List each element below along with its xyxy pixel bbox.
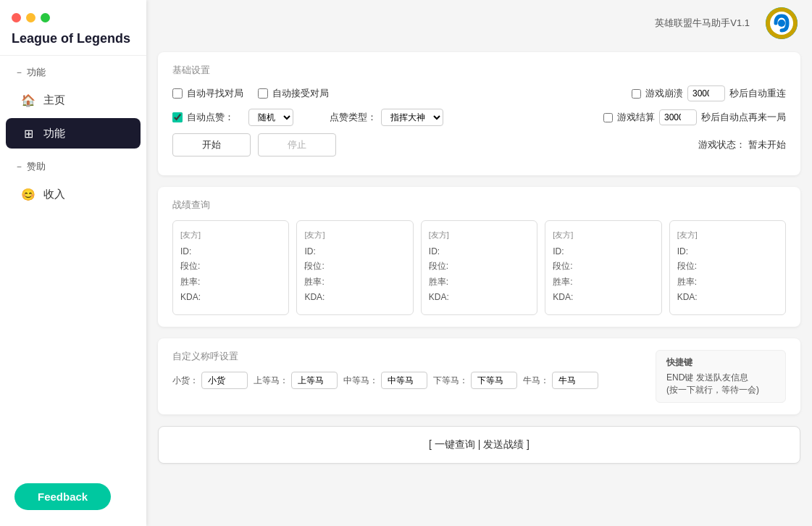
player-id-1: ID: (304, 246, 405, 256)
custom-input-4[interactable] (552, 372, 598, 389)
feedback-button[interactable]: Feedback (14, 483, 111, 510)
action-buttons: 开始 停止 (172, 133, 336, 156)
top-bar: 英雄联盟牛马助手V1.1 (146, 0, 812, 46)
like-type-select[interactable]: 指挥大神 牛马 好队友 (381, 109, 443, 126)
shortcut-line2: (按一下就行，等待一会) (666, 384, 775, 396)
app-title: 英雄联盟牛马助手V1.1 (655, 17, 750, 30)
start-button[interactable]: 开始 (172, 133, 251, 156)
player-side-2: [友方] (429, 230, 530, 241)
player-card-0: [友方] ID: 段位: 胜率: KDA: (172, 220, 289, 315)
game-status-value: 暂未开始 (748, 139, 786, 150)
auto-like-checkbox[interactable] (172, 112, 183, 122)
auto-find-match-label[interactable]: 自动寻找对局 (172, 87, 243, 100)
player-card-2: [友方] ID: 段位: 胜率: KDA: (421, 220, 537, 315)
player-winrate-0: 胜率: (180, 276, 281, 288)
player-side-4: [友方] (677, 230, 778, 241)
app-logo-icon (766, 7, 798, 39)
close-traffic-light[interactable] (12, 13, 21, 22)
query-button-label: [ 一键查询 | 发送战绩 ] (429, 438, 530, 450)
player-kda-4: KDA: (677, 292, 778, 302)
player-id-0: ID: (180, 246, 281, 256)
sidebar-item-home[interactable]: 🏠 主页 (6, 85, 141, 115)
basic-settings-section: 基础设置 自动寻找对局 自动接受对局 游戏崩溃 秒后自动重连 自动点赞： (158, 52, 800, 175)
stop-button[interactable]: 停止 (258, 133, 336, 156)
game-end-checkbox[interactable] (603, 113, 613, 122)
custom-label-2: 中等马： (343, 375, 378, 387)
sidebar-item-income[interactable]: 😊 收入 (6, 179, 141, 209)
like-type-label: 点赞类型： (330, 111, 377, 124)
game-end-suffix: 秒后自动点再来一局 (701, 111, 786, 124)
game-crash-label: 游戏崩溃 (645, 87, 683, 100)
feedback-area: Feedback (14, 483, 111, 510)
custom-label-4: 牛马： (523, 375, 549, 387)
player-kda-2: KDA: (429, 292, 530, 302)
custom-nickname-area: 自定义称呼设置 小货： 上等马： 中等马： 下 (172, 350, 644, 389)
player-card-4: [友方] ID: 段位: 胜率: KDA: (669, 220, 786, 315)
sidebar-item-feature[interactable]: ⊞ 功能 (6, 118, 141, 149)
player-rank-0: 段位: (180, 260, 281, 272)
section-label-feature: － 功能 (0, 56, 146, 83)
custom-label-0: 小货： (172, 375, 198, 387)
custom-items-row: 小货： 上等马： 中等马： 下等马： (172, 372, 644, 389)
main-content: 英雄联盟牛马助手V1.1 基础设置 自动寻找对局 自动接受对局 (146, 0, 812, 526)
sidebar-logo-area: League of Legends (0, 0, 146, 56)
custom-item-0: 小货： (172, 372, 248, 389)
income-icon: 😊 (20, 186, 36, 202)
player-winrate-2: 胜率: (429, 276, 530, 288)
player-card-1: [友方] ID: 段位: 胜率: KDA: (296, 220, 413, 315)
sidebar-feature-label: 功能 (43, 127, 65, 141)
custom-input-1[interactable] (291, 372, 338, 389)
game-end-label: 游戏结算 (617, 111, 655, 124)
sidebar-income-label: 收入 (43, 188, 65, 201)
minimize-traffic-light[interactable] (26, 13, 35, 22)
like-type-group: 点赞类型： 指挥大神 牛马 好队友 (330, 109, 443, 126)
feature-icon: ⊞ (20, 125, 36, 141)
sidebar: League of Legends － 功能 🏠 主页 ⊞ 功能 － 赞助 😊 … (0, 0, 146, 526)
player-rank-2: 段位: (429, 260, 530, 272)
custom-item-3: 下等马： (433, 372, 517, 389)
auto-accept-match-label[interactable]: 自动接受对局 (258, 87, 329, 100)
query-button[interactable]: [ 一键查询 | 发送战绩 ] (158, 426, 800, 464)
basic-settings-row1: 自动寻找对局 自动接受对局 游戏崩溃 秒后自动重连 (172, 85, 786, 101)
player-rank-1: 段位: (304, 260, 405, 272)
player-id-2: ID: (429, 246, 530, 256)
app-logo-title: League of Legends (12, 30, 135, 48)
player-winrate-4: 胜率: (677, 276, 778, 288)
battle-stats-title: 战绩查询 (172, 199, 786, 212)
custom-input-2[interactable] (381, 372, 427, 389)
custom-section: 自定义称呼设置 小货： 上等马： 中等马： 下 (158, 338, 800, 414)
custom-item-4: 牛马： (523, 372, 598, 389)
custom-input-0[interactable] (201, 372, 248, 389)
home-icon: 🏠 (20, 92, 36, 108)
traffic-lights (12, 13, 135, 22)
player-id-3: ID: (553, 246, 653, 256)
player-winrate-3: 胜率: (553, 276, 653, 288)
player-card-3: [友方] ID: 段位: 胜率: KDA: (545, 220, 661, 315)
custom-item-2: 中等马： (343, 372, 427, 389)
game-crash-checkbox[interactable] (632, 89, 641, 99)
section-label-sponsor: － 赞助 (0, 150, 146, 178)
custom-shortcut-row: 自定义称呼设置 小货： 上等马： 中等马： 下 (172, 350, 786, 403)
player-side-3: [友方] (553, 230, 653, 241)
auto-accept-match-checkbox[interactable] (258, 88, 268, 99)
player-rank-3: 段位: (553, 260, 653, 272)
shortcut-title: 快捷键 (666, 356, 775, 369)
battle-stats-section: 战绩查询 [友方] ID: 段位: 胜率: KDA: [友方] ID: 段位: … (158, 187, 800, 327)
auto-like-select[interactable]: 随机 全部 无 (248, 109, 293, 126)
player-winrate-1: 胜率: (304, 276, 405, 288)
game-end-input[interactable] (659, 109, 697, 125)
maximize-traffic-light[interactable] (41, 13, 50, 22)
game-status: 游戏状态： 暂未开始 (698, 138, 786, 151)
custom-input-3[interactable] (471, 372, 517, 389)
custom-item-1: 上等马： (254, 372, 338, 389)
sidebar-home-label: 主页 (43, 93, 65, 107)
player-side-1: [友方] (304, 230, 405, 241)
game-crash-setting: 游戏崩溃 秒后自动重连 (632, 85, 786, 101)
shortcut-section: 快捷键 END键 发送队友信息 (按一下就行，等待一会) (656, 350, 786, 403)
basic-settings-title: 基础设置 (172, 64, 786, 77)
game-crash-input[interactable] (687, 85, 725, 101)
game-crash-suffix: 秒后自动重连 (729, 87, 786, 100)
auto-find-match-checkbox[interactable] (172, 88, 183, 99)
custom-label-1: 上等马： (254, 375, 288, 387)
auto-like-label[interactable]: 自动点赞： (172, 111, 234, 124)
